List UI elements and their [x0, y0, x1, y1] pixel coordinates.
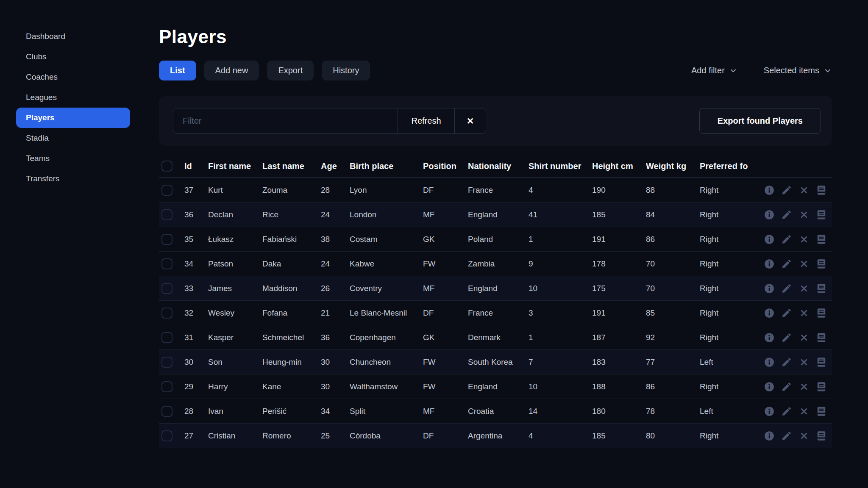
table-row: 30 Son Heung-min 30 Chuncheon FW South K… — [159, 350, 832, 374]
info-icon[interactable] — [764, 283, 775, 294]
log-icon[interactable] — [816, 308, 827, 319]
edit-icon[interactable] — [781, 308, 792, 319]
sidebar-item-players[interactable]: Players — [16, 108, 130, 128]
table-header-row: Id First name Last name Age Birth place … — [159, 155, 832, 178]
log-icon[interactable] — [816, 258, 827, 269]
edit-icon[interactable] — [781, 357, 792, 368]
tab-list[interactable]: List — [159, 61, 196, 80]
delete-icon[interactable] — [798, 357, 810, 368]
log-icon[interactable] — [816, 332, 827, 343]
selected-items-dropdown[interactable]: Selected items — [764, 66, 832, 75]
edit-icon[interactable] — [781, 283, 792, 294]
delete-icon[interactable] — [798, 234, 810, 245]
row-checkbox[interactable] — [161, 430, 172, 441]
log-icon[interactable] — [816, 185, 827, 196]
edit-icon[interactable] — [781, 185, 792, 196]
filter-panel: Refresh ✕ Export found Players — [159, 96, 832, 146]
log-icon[interactable] — [816, 430, 827, 441]
row-checkbox[interactable] — [161, 234, 172, 245]
delete-icon[interactable] — [798, 283, 810, 294]
log-icon[interactable] — [816, 381, 827, 392]
cell-height-cm: 178 — [592, 259, 646, 269]
filter-input[interactable] — [173, 108, 398, 133]
row-checkbox[interactable] — [161, 209, 172, 220]
row-checkbox[interactable] — [161, 258, 172, 269]
cell-position: DF — [423, 431, 468, 441]
refresh-button[interactable]: Refresh — [398, 108, 454, 133]
edit-icon[interactable] — [781, 209, 792, 220]
info-icon[interactable] — [764, 185, 775, 196]
info-icon[interactable] — [764, 308, 775, 319]
info-icon[interactable] — [764, 381, 775, 392]
sidebar-item-leagues[interactable]: Leagues — [16, 87, 130, 108]
cell-birth-place: Lyon — [350, 186, 423, 195]
cell-id: 32 — [184, 308, 208, 318]
delete-icon[interactable] — [798, 209, 810, 220]
cell-age: 38 — [321, 235, 350, 244]
sidebar-item-teams[interactable]: Teams — [16, 148, 130, 169]
clear-filter-button[interactable]: ✕ — [454, 108, 486, 133]
table-row: 35 Łukasz Fabiański 38 Costam GK Poland … — [159, 227, 832, 252]
cell-nationality: England — [468, 382, 529, 391]
cell-birth-place: Kabwe — [350, 259, 423, 269]
row-checkbox[interactable] — [161, 381, 172, 392]
sidebar-item-stadia[interactable]: Stadia — [16, 128, 130, 148]
edit-icon[interactable] — [781, 234, 792, 245]
tab-export[interactable]: Export — [267, 61, 314, 80]
log-icon[interactable] — [816, 406, 827, 417]
edit-icon[interactable] — [781, 406, 792, 417]
log-icon[interactable] — [816, 234, 827, 245]
delete-icon[interactable] — [798, 185, 810, 196]
cell-position: MF — [423, 284, 468, 293]
row-checkbox[interactable] — [161, 332, 172, 343]
row-checkbox[interactable] — [161, 185, 172, 196]
sidebar-item-dashboard[interactable]: Dashboard — [16, 26, 130, 47]
sidebar-item-clubs[interactable]: Clubs — [16, 47, 130, 67]
cell-last-name: Rice — [262, 210, 321, 219]
cell-preferred-foot: Left — [700, 358, 748, 367]
cell-shirt-number: 10 — [529, 382, 592, 391]
cell-last-name: Maddison — [262, 284, 321, 293]
edit-icon[interactable] — [781, 332, 792, 343]
log-icon[interactable] — [816, 209, 827, 220]
info-icon[interactable] — [764, 430, 775, 441]
log-icon[interactable] — [816, 357, 827, 368]
export-found-players-button[interactable]: Export found Players — [699, 108, 821, 134]
edit-icon[interactable] — [781, 258, 792, 269]
info-icon[interactable] — [764, 234, 775, 245]
sidebar-item-coaches[interactable]: Coaches — [16, 67, 130, 87]
info-icon[interactable] — [764, 209, 775, 220]
tab-add-new[interactable]: Add new — [204, 61, 259, 80]
cell-first-name: Cristian — [208, 431, 262, 441]
info-icon[interactable] — [764, 357, 775, 368]
row-checkbox[interactable] — [161, 406, 172, 417]
view-tabs: List Add new Export History — [159, 61, 370, 80]
table-row: 28 Ivan Perišić 34 Split MF Croatia 14 1… — [159, 399, 832, 424]
cell-preferred-foot: Right — [700, 382, 748, 391]
info-icon[interactable] — [764, 406, 775, 417]
delete-icon[interactable] — [798, 381, 810, 392]
delete-icon[interactable] — [798, 332, 810, 343]
info-icon[interactable] — [764, 258, 775, 269]
edit-icon[interactable] — [781, 430, 792, 441]
main-content: Players List Add new Export History Add … — [144, 0, 868, 488]
delete-icon[interactable] — [798, 406, 810, 417]
delete-icon[interactable] — [798, 430, 810, 441]
row-checkbox[interactable] — [161, 283, 172, 294]
cell-age: 24 — [321, 210, 350, 219]
log-icon[interactable] — [816, 283, 827, 294]
delete-icon[interactable] — [798, 258, 810, 269]
cell-position: MF — [423, 407, 468, 416]
select-all-checkbox[interactable] — [161, 161, 172, 172]
info-icon[interactable] — [764, 332, 775, 343]
delete-icon[interactable] — [798, 308, 810, 319]
tab-history[interactable]: History — [322, 61, 370, 80]
row-checkbox[interactable] — [161, 357, 172, 368]
cell-first-name: Kurt — [208, 186, 262, 195]
cell-nationality: South Korea — [468, 358, 529, 367]
row-checkbox[interactable] — [161, 308, 172, 319]
edit-icon[interactable] — [781, 381, 792, 392]
sidebar-item-transfers[interactable]: Transfers — [16, 169, 130, 189]
add-filter-dropdown[interactable]: Add filter — [691, 66, 737, 75]
cell-id: 33 — [184, 284, 208, 293]
